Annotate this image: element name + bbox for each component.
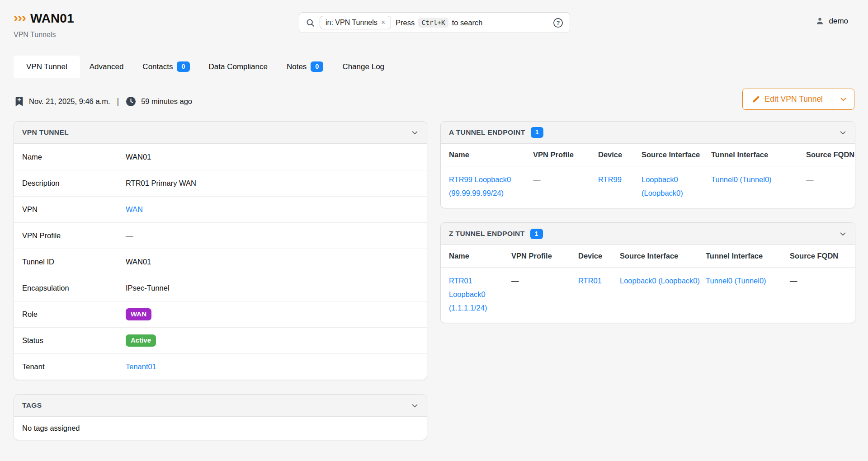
tab-label: VPN Tunnel	[26, 62, 67, 71]
attr-value: IPsec-Tunnel	[126, 284, 170, 292]
tab-label: Advanced	[90, 62, 124, 71]
z-tunnel-endpoint-panel: Z TUNNEL ENDPOINT 1 Name VPN Profile Dev…	[440, 222, 855, 323]
table-row: RTR99 Loopback0 (99.99.99.99/24) — RTR99…	[441, 166, 855, 208]
attr-label: VPN	[14, 205, 126, 214]
main-content: VPN TUNNEL Name WAN01 Description RTR01 …	[14, 121, 855, 440]
tab-label: Change Log	[342, 62, 384, 71]
attr-label: Encapsulation	[14, 284, 126, 292]
tab-contacts[interactable]: Contacts 0	[133, 56, 199, 78]
attr-row-encapsulation: Encapsulation IPsec-Tunnel	[14, 275, 427, 301]
edit-dropdown-toggle[interactable]	[832, 89, 854, 109]
vpn-link[interactable]: WAN	[126, 205, 143, 213]
chevron-down-icon[interactable]	[411, 129, 419, 136]
a-endpoint-source-interface-link[interactable]: Loopback0 (Loopback0)	[642, 175, 683, 197]
edit-button-group: Edit VPN Tunnel	[742, 89, 854, 110]
z-endpoint-panel-header: Z TUNNEL ENDPOINT 1	[441, 223, 855, 245]
username: demo	[829, 17, 848, 26]
chip-close-icon[interactable]: ×	[381, 19, 385, 27]
tab-data-compliance[interactable]: Data Compliance	[199, 56, 277, 78]
pencil-icon	[752, 95, 760, 103]
attr-label: Tenant	[14, 362, 126, 371]
global-search-input[interactable]: in: VPN Tunnels × Press Ctrl+K to search…	[299, 12, 570, 33]
search-icon	[306, 18, 315, 28]
vpn-tunnel-panel: VPN TUNNEL Name WAN01 Description RTR01 …	[14, 121, 427, 380]
a-endpoint-name-link[interactable]: RTR99 Loopback0 (99.99.99.99/24)	[449, 175, 511, 197]
edit-button-label: Edit VPN Tunnel	[765, 94, 823, 104]
meta-separator: |	[115, 97, 121, 106]
search-scope-chip[interactable]: in: VPN Tunnels ×	[320, 16, 391, 29]
attr-row-name: Name WAN01	[14, 144, 427, 170]
z-endpoint-vpn-profile: —	[511, 268, 578, 323]
panel-title: TAGS	[22, 401, 42, 409]
svg-text:?: ?	[557, 19, 560, 26]
panel-title: Z TUNNEL ENDPOINT	[449, 230, 525, 238]
ctrl-k-kbd: Ctrl+K	[418, 18, 448, 28]
a-endpoint-vpn-profile: —	[533, 166, 598, 208]
attr-value: WAN01	[126, 153, 151, 161]
a-endpoint-tunnel-interface-link[interactable]: Tunnel0 (Tunnel0)	[711, 175, 772, 183]
col-source-fqdn: Source FQDN	[806, 144, 855, 166]
z-endpoint-tunnel-interface-link[interactable]: Tunnel0 (Tunnel0)	[706, 277, 766, 285]
created-timestamp: Nov. 21, 2025, 9:46 a.m.	[29, 97, 110, 106]
left-column: VPN TUNNEL Name WAN01 Description RTR01 …	[14, 121, 427, 440]
attr-row-tenant: Tenant Tenant01	[14, 353, 427, 380]
user-menu[interactable]: demo	[815, 16, 848, 26]
attr-row-vpn: VPN WAN	[14, 196, 427, 222]
attr-row-role: Role WAN	[14, 301, 427, 327]
clock-icon	[126, 96, 136, 107]
attr-row-vpn-profile: VPN Profile —	[14, 222, 427, 249]
tab-label: Notes	[287, 62, 307, 71]
a-endpoint-source-fqdn: —	[806, 166, 855, 208]
object-meta: Nov. 21, 2025, 9:46 a.m. | 59 minutes ag…	[14, 93, 192, 110]
edit-vpn-tunnel-button[interactable]: Edit VPN Tunnel	[743, 89, 832, 109]
role-badge[interactable]: WAN	[126, 308, 151, 320]
chevron-down-icon[interactable]	[839, 230, 847, 238]
col-source-interface: Source Interface	[620, 245, 706, 268]
chevron-down-icon[interactable]	[411, 402, 419, 409]
attr-label: Description	[14, 179, 126, 188]
tab-vpn-tunnel[interactable]: VPN Tunnel	[14, 56, 80, 78]
attr-label: Tunnel ID	[14, 258, 126, 266]
notes-count-badge: 0	[311, 61, 323, 72]
a-endpoint-device-link[interactable]: RTR99	[598, 175, 622, 183]
z-endpoint-table: Name VPN Profile Device Source Interface…	[441, 245, 855, 323]
a-endpoint-count-badge: 1	[531, 127, 543, 137]
contacts-count-badge: 0	[177, 61, 189, 72]
z-endpoint-device-link[interactable]: RTR01	[578, 277, 602, 285]
col-tunnel-interface: Tunnel Interface	[711, 144, 806, 166]
attr-label: Role	[14, 310, 126, 319]
chevron-down-icon[interactable]	[839, 129, 847, 136]
col-source-interface: Source Interface	[642, 144, 711, 166]
panel-title: A TUNNEL ENDPOINT	[449, 128, 525, 136]
panel-title: VPN TUNNEL	[22, 128, 69, 136]
z-endpoint-name-link[interactable]: RTR01 Loopback0 (1.1.1.1/24)	[449, 277, 487, 311]
status-badge[interactable]: Active	[126, 334, 156, 347]
a-endpoint-table: Name VPN Profile Device Source Interface…	[441, 144, 855, 208]
tags-panel: TAGS No tags assigned	[14, 394, 427, 440]
z-endpoint-source-fqdn: —	[790, 268, 855, 323]
tags-panel-header: TAGS	[14, 395, 427, 417]
breadcrumb[interactable]: VPN Tunnels	[14, 31, 74, 39]
tab-label: Data Compliance	[209, 62, 268, 71]
right-column: A TUNNEL ENDPOINT 1 Name VPN Profile Dev…	[440, 121, 855, 323]
attr-row-description: Description RTR01 Primary WAN	[14, 170, 427, 196]
user-icon	[815, 16, 825, 26]
no-tags-message: No tags assigned	[14, 417, 427, 440]
table-row: RTR01 Loopback0 (1.1.1.1/24) — RTR01 Loo…	[441, 268, 855, 323]
tenant-link[interactable]: Tenant01	[126, 362, 156, 371]
tab-notes[interactable]: Notes 0	[277, 56, 333, 78]
tab-advanced[interactable]: Advanced	[80, 56, 133, 78]
help-icon[interactable]: ?	[553, 18, 563, 28]
col-vpn-profile: VPN Profile	[533, 144, 598, 166]
z-endpoint-source-interface-link[interactable]: Loopback0 (Loopback0)	[620, 277, 700, 285]
search-hint-press: Press	[396, 19, 415, 27]
tab-bar: VPN Tunnel Advanced Contacts 0 Data Comp…	[0, 56, 868, 78]
page-title: WAN01	[30, 11, 74, 26]
attr-row-status: Status Active	[14, 327, 427, 353]
tab-change-log[interactable]: Change Log	[333, 56, 394, 78]
search-hint-suffix: to search	[452, 19, 483, 27]
col-device: Device	[578, 245, 620, 268]
search-hint: Press Ctrl+K to search	[396, 18, 482, 28]
a-tunnel-endpoint-panel: A TUNNEL ENDPOINT 1 Name VPN Profile Dev…	[440, 121, 855, 208]
attr-row-tunnel-id: Tunnel ID WAN01	[14, 249, 427, 275]
